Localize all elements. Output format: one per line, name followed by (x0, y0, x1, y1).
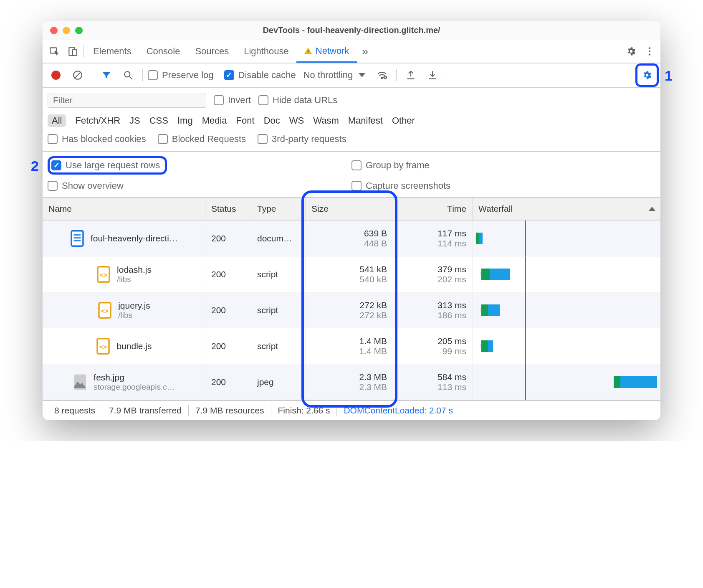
chip-other[interactable]: Other (392, 115, 415, 126)
network-conditions-icon[interactable] (373, 66, 391, 84)
cell-waterfall (473, 256, 660, 292)
chip-manifest[interactable]: Manifest (348, 115, 383, 126)
svg-rect-4 (308, 53, 309, 53)
col-size[interactable]: Size (306, 198, 393, 220)
sort-asc-icon (649, 207, 655, 211)
svg-line-9 (74, 72, 81, 78)
tab-elements[interactable]: Elements (86, 40, 139, 63)
warning-icon (304, 47, 312, 55)
cell-type: docum… (251, 220, 306, 256)
cell-size: 272 kB272 kB (306, 292, 393, 328)
file-type-icon (70, 230, 85, 247)
tab-lighthouse[interactable]: Lighthouse (236, 40, 296, 63)
window-zoom-button[interactable] (75, 27, 83, 34)
throttling-select[interactable]: No throttling (299, 70, 370, 81)
svg-point-10 (124, 71, 130, 77)
record-button[interactable] (47, 66, 65, 84)
clear-button[interactable] (68, 66, 87, 84)
cell-time: 379 ms202 ms (393, 256, 473, 292)
col-name[interactable]: Name (43, 198, 205, 220)
cell-status: 200 (205, 328, 251, 364)
invert-checkbox[interactable]: Invert (214, 95, 251, 106)
kebab-menu-icon[interactable] (640, 42, 659, 61)
cell-time: 205 ms99 ms (393, 328, 473, 364)
filter-input[interactable] (48, 93, 206, 108)
cell-status: 200 (205, 364, 251, 400)
devtools-window: DevTools - foul-heavenly-direction.glitc… (43, 21, 660, 420)
preserve-log-checkbox[interactable]: Preserve log (148, 70, 214, 81)
tab-sources[interactable]: Sources (187, 40, 236, 63)
cell-name: fesh.jpgstorage.googleapis.c… (43, 364, 205, 400)
cell-size: 639 B448 B (306, 220, 393, 256)
export-har-icon[interactable] (423, 66, 442, 84)
chip-wasm[interactable]: Wasm (313, 115, 339, 126)
cell-time: 313 ms186 ms (393, 292, 473, 328)
col-waterfall[interactable]: Waterfall (473, 198, 660, 220)
cell-name: <>lodash.js/libs (43, 256, 205, 292)
network-settings-panel: Use large request rows Group by frame Sh… (43, 152, 660, 198)
requests-table: Name Status Type Size Time Waterfall fou… (43, 198, 660, 400)
hide-data-urls-checkbox[interactable]: Hide data URLs (258, 95, 337, 106)
chip-doc[interactable]: Doc (264, 115, 280, 126)
disable-cache-checkbox[interactable]: Disable cache (224, 70, 296, 81)
window-close-button[interactable] (50, 27, 58, 34)
col-time[interactable]: Time (393, 198, 473, 220)
table-row[interactable]: fesh.jpgstorage.googleapis.c…200jpeg2.3 … (43, 364, 660, 400)
settings-gear-icon[interactable] (622, 42, 640, 61)
chevron-down-icon (359, 73, 365, 77)
chip-fetch[interactable]: Fetch/XHR (75, 115, 120, 126)
cell-status: 200 (205, 292, 251, 328)
status-resources: 7.9 MB resources (189, 406, 271, 416)
cell-time: 584 ms113 ms (393, 364, 473, 400)
chip-font[interactable]: Font (236, 115, 255, 126)
import-har-icon[interactable] (402, 66, 420, 84)
table-row[interactable]: <>bundle.js200script1.4 MB1.4 MB205 ms99… (43, 328, 660, 364)
device-toolbar-icon[interactable] (63, 42, 82, 61)
svg-point-5 (649, 47, 650, 49)
svg-text:<>: <> (100, 271, 107, 279)
tab-network[interactable]: Network (296, 40, 357, 63)
file-type-icon: <> (96, 266, 111, 283)
chip-css[interactable]: CSS (149, 115, 168, 126)
cell-waterfall (473, 328, 660, 364)
chip-img[interactable]: Img (177, 115, 193, 126)
col-status[interactable]: Status (205, 198, 251, 220)
annotation-2: 2 (31, 158, 39, 174)
table-header: Name Status Type Size Time Waterfall (43, 198, 660, 220)
table-row[interactable]: <>lodash.js/libs200script541 kB540 kB379… (43, 256, 660, 292)
blocked-cookies-checkbox[interactable]: Has blocked cookies (48, 134, 146, 144)
svg-rect-2 (73, 50, 77, 56)
cell-waterfall (473, 220, 660, 256)
svg-point-12 (382, 77, 383, 79)
cell-type: jpeg (251, 364, 306, 400)
chip-js[interactable]: JS (129, 115, 140, 126)
blocked-requests-checkbox[interactable]: Blocked Requests (158, 134, 246, 144)
search-icon[interactable] (119, 66, 137, 84)
svg-text:<>: <> (101, 307, 109, 314)
filter-bar: Invert Hide data URLs All Fetch/XHR JS C… (43, 88, 660, 152)
filter-icon[interactable] (97, 66, 116, 84)
status-requests: 8 requests (48, 406, 102, 416)
tab-console[interactable]: Console (139, 40, 188, 63)
file-type-icon: <> (97, 302, 112, 319)
status-transferred: 7.9 MB transferred (102, 406, 188, 416)
chip-media[interactable]: Media (202, 115, 227, 126)
cell-size: 1.4 MB1.4 MB (306, 328, 393, 364)
col-type[interactable]: Type (251, 198, 306, 220)
table-row[interactable]: <>jquery.js/libs200script272 kB272 kB313… (43, 292, 660, 328)
show-overview-checkbox[interactable]: Show overview (48, 180, 352, 191)
svg-point-6 (649, 51, 650, 52)
chip-ws[interactable]: WS (289, 115, 304, 126)
more-tabs-button[interactable]: » (357, 45, 374, 58)
cell-waterfall (473, 364, 660, 400)
large-request-rows-checkbox[interactable]: Use large request rows (51, 160, 160, 171)
chip-all[interactable]: All (48, 114, 66, 127)
table-row[interactable]: foul-heavenly-directi…200docum…639 B448 … (43, 220, 660, 256)
network-settings-gear-icon[interactable] (638, 66, 656, 84)
status-bar: 8 requests 7.9 MB transferred 7.9 MB res… (43, 400, 660, 420)
third-party-checkbox[interactable]: 3rd-party requests (258, 134, 346, 144)
capture-screenshots-checkbox[interactable]: Capture screenshots (352, 180, 655, 191)
group-by-frame-checkbox[interactable]: Group by frame (352, 156, 655, 175)
inspect-element-icon[interactable] (45, 42, 63, 61)
window-minimize-button[interactable] (63, 27, 70, 34)
